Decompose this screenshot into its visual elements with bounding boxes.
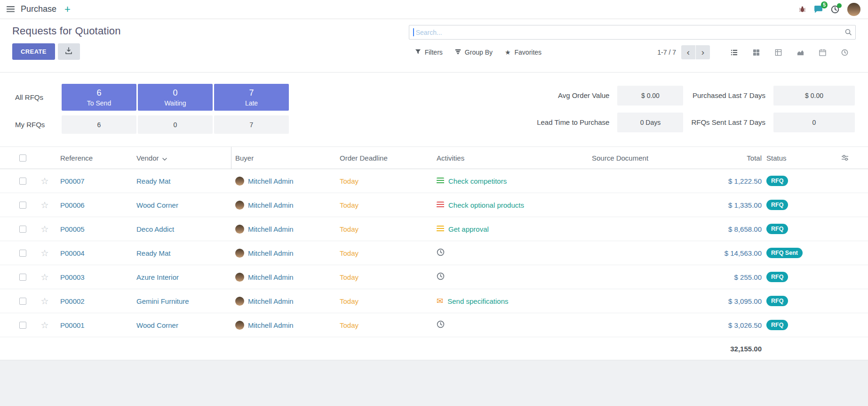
list-view-icon[interactable] — [723, 45, 745, 59]
pager-range[interactable]: 1-7 / 7 — [657, 49, 676, 56]
calendar-view-icon[interactable] — [812, 45, 834, 59]
vendor-link[interactable]: Gemini Furniture — [136, 297, 189, 305]
row-checkbox[interactable] — [19, 298, 26, 305]
buyer-link[interactable]: Mitchell Admin — [248, 297, 294, 305]
activities-clock-icon[interactable] — [831, 5, 839, 14]
filter-funnel-icon — [415, 49, 421, 56]
favorite-star-icon[interactable]: ☆ — [40, 201, 48, 210]
column-header-status[interactable]: Status — [763, 147, 833, 169]
column-header-buyer[interactable]: Buyer — [231, 147, 336, 169]
buyer-link[interactable]: Mitchell Admin — [248, 273, 294, 281]
table-row[interactable]: ☆ P00001 Wood Corner Mitchell Admin Toda… — [0, 313, 868, 337]
rfq-reference-link[interactable]: P00004 — [60, 249, 85, 257]
pager-next-button[interactable]: › — [696, 45, 710, 59]
table-row[interactable]: ☆ P00005 Deco Addict Mitchell Admin Toda… — [0, 217, 868, 241]
plus-icon[interactable]: + — [63, 4, 72, 15]
row-checkbox[interactable] — [19, 274, 26, 281]
table-row[interactable]: ☆ P00006 Wood Corner Mitchell Admin Toda… — [0, 193, 868, 217]
tile-to-send[interactable]: 6 To Send — [62, 84, 136, 111]
search-input[interactable] — [409, 25, 856, 40]
rfq-reference-link[interactable]: P00001 — [60, 321, 85, 329]
pager-previous-button[interactable]: ‹ — [681, 45, 695, 59]
status-badge: RFQ — [766, 272, 788, 282]
row-checkbox[interactable] — [19, 322, 26, 329]
vendor-link[interactable]: Ready Mat — [136, 249, 171, 257]
activity-label[interactable]: Send specifications — [447, 297, 508, 305]
favorite-star-icon[interactable]: ☆ — [40, 225, 48, 234]
export-button[interactable] — [58, 43, 80, 60]
buyer-link[interactable]: Mitchell Admin — [248, 225, 294, 233]
column-header-deadline[interactable]: Order Deadline — [336, 147, 433, 169]
column-header-total[interactable]: Total — [691, 147, 763, 169]
activity-label[interactable]: Get approval — [448, 225, 489, 233]
activity-view-icon[interactable] — [834, 45, 856, 59]
search-icon[interactable] — [844, 28, 852, 37]
row-checkbox[interactable] — [19, 178, 26, 185]
messages-icon[interactable]: 5 — [814, 5, 823, 13]
row-checkbox[interactable] — [19, 202, 26, 209]
buyer-link[interactable]: Mitchell Admin — [248, 249, 294, 257]
column-header-vendor[interactable]: Vendor — [133, 147, 231, 169]
activity-clock-icon[interactable] — [437, 248, 445, 258]
buyer-link[interactable]: Mitchell Admin — [248, 321, 294, 329]
column-header-source[interactable]: Source Document — [588, 147, 691, 169]
tile-late[interactable]: 7 Late — [214, 84, 289, 111]
kanban-view-icon[interactable] — [745, 45, 767, 59]
tile-waiting[interactable]: 0 Waiting — [138, 84, 213, 111]
select-all-checkbox[interactable] — [19, 154, 26, 162]
app-name[interactable]: Purchase — [21, 4, 56, 14]
rfq-reference-link[interactable]: P00006 — [60, 201, 85, 209]
activity-clock-icon[interactable] — [437, 272, 445, 282]
activity-label[interactable]: Check competitors — [448, 177, 507, 185]
order-deadline: Today — [336, 201, 433, 209]
activity-list-icon[interactable] — [437, 226, 444, 232]
favorite-star-icon[interactable]: ☆ — [40, 177, 48, 186]
favorite-star-icon[interactable]: ☆ — [40, 273, 48, 282]
create-button[interactable]: CREATE — [12, 43, 55, 60]
my-late-count[interactable]: 7 — [214, 115, 289, 134]
sort-desc-icon — [162, 154, 167, 162]
row-checkbox[interactable] — [19, 250, 26, 257]
group-by-button[interactable]: Group By — [449, 46, 499, 59]
vendor-link[interactable]: Azure Interior — [136, 273, 179, 281]
vendor-link[interactable]: Deco Addict — [136, 225, 174, 233]
table-row[interactable]: ☆ P00004 Ready Mat Mitchell Admin Today … — [0, 241, 868, 265]
activity-mail-icon[interactable]: ✉ — [437, 297, 443, 305]
buyer-link[interactable]: Mitchell Admin — [248, 177, 294, 185]
table-row[interactable]: ☆ P00007 Ready Mat Mitchell Admin Today … — [0, 169, 868, 193]
rfq-reference-link[interactable]: P00007 — [60, 177, 85, 185]
graph-view-icon[interactable] — [789, 45, 812, 59]
row-total: $ 1,222.50 — [691, 177, 763, 185]
pivot-view-icon[interactable] — [767, 45, 789, 59]
vendor-link[interactable]: Ready Mat — [136, 177, 171, 185]
user-avatar[interactable] — [847, 3, 860, 16]
table-row[interactable]: ☆ P00002 Gemini Furniture Mitchell Admin… — [0, 289, 868, 313]
rfq-reference-link[interactable]: P00005 — [60, 225, 85, 233]
vendor-link[interactable]: Wood Corner — [136, 321, 178, 329]
vendor-link[interactable]: Wood Corner — [136, 201, 178, 209]
favorite-star-icon[interactable]: ☆ — [40, 321, 48, 330]
activity-label[interactable]: Check optional products — [448, 201, 524, 209]
activity-clock-icon[interactable] — [437, 320, 445, 330]
table-row[interactable]: ☆ P00003 Azure Interior Mitchell Admin T… — [0, 265, 868, 289]
my-to-send-count[interactable]: 6 — [62, 115, 136, 134]
filters-button[interactable]: Filters — [409, 46, 449, 59]
buyer-avatar — [235, 297, 244, 306]
activity-list-icon[interactable] — [437, 202, 444, 208]
rfq-reference-link[interactable]: P00003 — [60, 273, 85, 281]
optional-columns-icon[interactable] — [833, 147, 857, 169]
bug-icon[interactable] — [799, 6, 806, 13]
buyer-link[interactable]: Mitchell Admin — [248, 201, 294, 209]
view-switcher — [723, 45, 856, 59]
my-waiting-count[interactable]: 0 — [138, 115, 213, 134]
favorites-button[interactable]: ★ Favorites — [499, 46, 548, 59]
favorite-star-icon[interactable]: ☆ — [40, 297, 48, 306]
hamburger-menu-icon[interactable] — [7, 6, 15, 12]
column-header-reference[interactable]: Reference — [56, 147, 133, 169]
activity-list-icon[interactable] — [437, 178, 444, 184]
favorite-star-icon[interactable]: ☆ — [40, 249, 48, 258]
column-header-activities[interactable]: Activities — [433, 147, 588, 169]
row-checkbox[interactable] — [19, 226, 26, 233]
table-header: Reference Vendor Buyer Order Deadline Ac… — [0, 147, 868, 169]
rfq-reference-link[interactable]: P00002 — [60, 297, 85, 305]
